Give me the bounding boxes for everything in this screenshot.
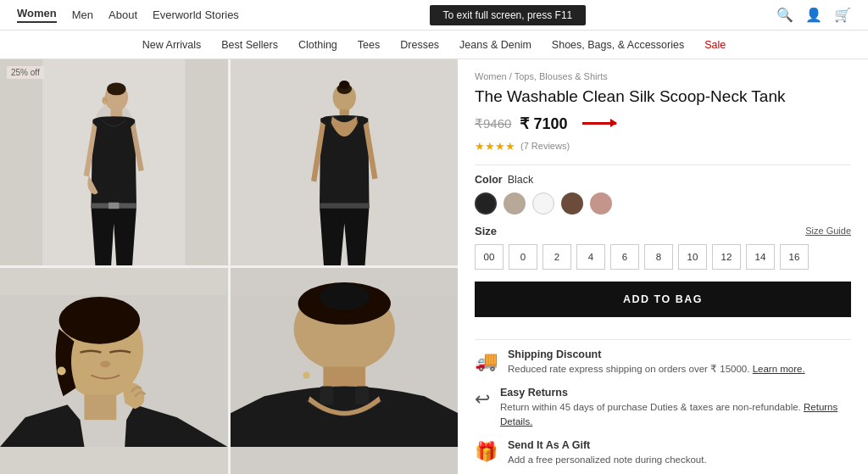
nav-best-sellers[interactable]: Best Sellers bbox=[221, 39, 278, 51]
size-2[interactable]: 2 bbox=[542, 244, 571, 270]
svg-rect-15 bbox=[351, 116, 359, 126]
svg-point-11 bbox=[337, 84, 351, 94]
product-image-1[interactable] bbox=[0, 59, 228, 265]
size-label: Size bbox=[475, 225, 497, 237]
svg-point-19 bbox=[59, 297, 140, 344]
swatch-rose[interactable] bbox=[590, 192, 612, 215]
shipping-icon: 🚚 bbox=[475, 350, 498, 376]
size-16[interactable]: 16 bbox=[780, 244, 809, 270]
svg-rect-29 bbox=[355, 386, 369, 404]
svg-rect-14 bbox=[330, 116, 337, 126]
product-image-grid: 25% off bbox=[0, 59, 458, 474]
size-14[interactable]: 14 bbox=[746, 244, 775, 270]
size-header: Size Size Guide bbox=[475, 225, 851, 237]
shipping-link[interactable]: Learn more. bbox=[753, 364, 805, 374]
swatch-tan[interactable] bbox=[504, 192, 526, 215]
nav-dresses[interactable]: Dresses bbox=[400, 39, 439, 51]
nav-tees[interactable]: Tees bbox=[358, 39, 380, 51]
returns-info: ↩ Easy Returns Return within 45 days of … bbox=[475, 387, 851, 430]
size-00[interactable]: 00 bbox=[475, 244, 504, 270]
svg-point-7 bbox=[103, 97, 108, 104]
svg-point-26 bbox=[319, 283, 370, 310]
gift-text: Send It As A Gift Add a free personalize… bbox=[508, 439, 707, 467]
nav-clothing[interactable]: Clothing bbox=[298, 39, 337, 51]
color-swatches bbox=[475, 192, 851, 215]
svg-rect-4 bbox=[111, 109, 123, 119]
product-image-2[interactable] bbox=[231, 59, 459, 265]
nav-new-arrivals[interactable]: New Arrivals bbox=[142, 39, 201, 51]
nav-sale[interactable]: Sale bbox=[704, 39, 726, 51]
svg-rect-5 bbox=[91, 203, 136, 208]
shipping-desc: Reduced rate express shipping on orders … bbox=[508, 362, 805, 376]
price-row: ₹9460 ₹ 7100 bbox=[475, 114, 851, 133]
shipping-info: 🚚 Shipping Discount Reduced rate express… bbox=[475, 349, 851, 376]
rating-row: ★★★★ (7 Reviews) bbox=[475, 140, 851, 153]
add-to-bag-button[interactable]: ADD TO BAG bbox=[475, 282, 851, 317]
svg-point-1 bbox=[94, 103, 134, 153]
product-detail: Women / Tops, Blouses & Shirts The Washa… bbox=[458, 59, 868, 474]
shipping-title: Shipping Discount bbox=[508, 349, 805, 360]
svg-point-22 bbox=[58, 367, 66, 376]
divider-1 bbox=[475, 165, 851, 165]
swatch-white[interactable] bbox=[532, 192, 554, 215]
product-title: The Washable Clean Silk Scoop-Neck Tank bbox=[475, 86, 851, 108]
svg-point-8 bbox=[103, 102, 107, 105]
svg-rect-28 bbox=[320, 386, 333, 404]
swatch-brown[interactable] bbox=[561, 192, 583, 215]
color-label-row: Color Black bbox=[475, 174, 851, 186]
svg-point-3 bbox=[107, 82, 125, 95]
svg-point-2 bbox=[105, 84, 128, 111]
top-nav: Women Men About Everworld Stories To exi… bbox=[0, 0, 868, 31]
price-original: ₹9460 bbox=[475, 116, 511, 131]
discount-badge: 25% off bbox=[7, 66, 44, 79]
returns-title: Easy Returns bbox=[500, 387, 851, 399]
size-4[interactable]: 4 bbox=[576, 244, 605, 270]
size-0[interactable]: 0 bbox=[509, 244, 537, 270]
top-nav-actions: 🔍 👤 🛒 bbox=[776, 7, 851, 23]
size-6[interactable]: 6 bbox=[610, 244, 639, 270]
svg-rect-9 bbox=[273, 59, 415, 265]
primary-nav-links: Women Men About Everworld Stories bbox=[17, 7, 239, 23]
size-12[interactable]: 12 bbox=[712, 244, 741, 270]
review-count[interactable]: (7 Reviews) bbox=[520, 141, 570, 151]
color-label-key: Color bbox=[475, 174, 503, 186]
nav-about[interactable]: About bbox=[108, 8, 137, 21]
nav-women[interactable]: Women bbox=[17, 7, 57, 23]
price-sale: ₹ 7100 bbox=[520, 114, 567, 133]
size-8[interactable]: 8 bbox=[644, 244, 673, 270]
color-label-value: Black bbox=[508, 174, 534, 186]
returns-text: Easy Returns Return within 45 days of pu… bbox=[500, 387, 851, 430]
gift-info: 🎁 Send It As A Gift Add a free personali… bbox=[475, 439, 851, 467]
svg-rect-17 bbox=[0, 295, 228, 447]
gift-title: Send It As A Gift bbox=[508, 439, 707, 451]
svg-point-10 bbox=[332, 84, 355, 111]
product-image-3[interactable] bbox=[0, 268, 228, 474]
breadcrumb: Women / Tops, Blouses & Shirts bbox=[475, 71, 851, 81]
svg-rect-6 bbox=[108, 203, 119, 209]
gift-desc: Add a free personalized note during chec… bbox=[508, 453, 707, 467]
secondary-nav: New Arrivals Best Sellers Clothing Tees … bbox=[0, 31, 868, 59]
returns-icon: ↩ bbox=[475, 388, 490, 430]
size-guide-link[interactable]: Size Guide bbox=[805, 226, 851, 236]
shipping-text: Shipping Discount Reduced rate express s… bbox=[508, 349, 805, 376]
svg-rect-23 bbox=[231, 295, 459, 447]
fullscreen-banner: To exit full screen, press F11 bbox=[430, 5, 587, 25]
main-content: 25% off bbox=[0, 59, 868, 474]
account-button[interactable]: 👤 bbox=[805, 7, 822, 23]
svg-rect-13 bbox=[339, 109, 348, 119]
nav-jeans[interactable]: Jeans & Denim bbox=[459, 39, 531, 51]
svg-point-30 bbox=[303, 371, 309, 378]
swatch-black[interactable] bbox=[475, 192, 497, 215]
product-image-4[interactable] bbox=[231, 268, 459, 474]
search-button[interactable]: 🔍 bbox=[776, 7, 793, 23]
svg-rect-21 bbox=[84, 394, 116, 420]
gift-icon: 🎁 bbox=[475, 441, 498, 467]
price-arrow-indicator bbox=[576, 122, 616, 125]
svg-point-24 bbox=[293, 287, 394, 371]
nav-shoes[interactable]: Shoes, Bags, & Accessories bbox=[552, 39, 684, 51]
nav-men[interactable]: Men bbox=[72, 8, 93, 21]
cart-button[interactable]: 🛒 bbox=[834, 7, 851, 23]
size-10[interactable]: 10 bbox=[678, 244, 707, 270]
nav-everworld[interactable]: Everworld Stories bbox=[153, 8, 239, 21]
star-rating[interactable]: ★★★★ bbox=[475, 140, 515, 153]
